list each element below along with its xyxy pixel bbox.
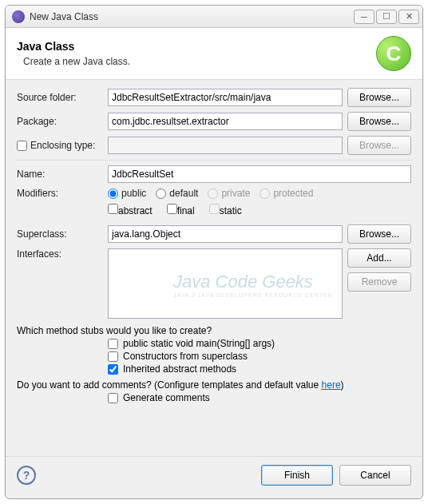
header-title: Java Class <box>17 40 376 53</box>
enclosing-type-label[interactable]: Enclosing type: <box>17 140 103 151</box>
add-interface-button[interactable]: Add... <box>347 248 411 268</box>
enclosing-type-checkbox[interactable] <box>17 141 27 151</box>
modifier-final[interactable]: final <box>167 204 195 216</box>
stub-main-checkbox[interactable] <box>108 339 118 349</box>
remove-interface-button: Remove <box>347 272 411 292</box>
browse-superclass-button[interactable]: Browse... <box>347 224 411 244</box>
source-folder-label: Source folder: <box>17 92 103 103</box>
close-button[interactable]: ✕ <box>398 10 419 24</box>
minimize-button[interactable]: ─ <box>354 10 374 24</box>
name-label: Name: <box>17 169 103 180</box>
configure-templates-link[interactable]: here <box>322 379 341 391</box>
modifiers-label: Modifiers: <box>17 188 103 199</box>
stub-inherited-checkbox[interactable] <box>108 364 118 375</box>
source-folder-input[interactable] <box>108 89 343 106</box>
superclass-label: Superclass: <box>17 228 103 240</box>
stubs-question: Which method stubs would you like to cre… <box>17 325 411 336</box>
modifier-protected: protected <box>260 188 313 199</box>
dialog-header: Java Class Create a new Java class. C <box>6 28 422 80</box>
modifier-abstract[interactable]: abstract <box>108 204 153 216</box>
package-label: Package: <box>17 116 103 127</box>
header-subtitle: Create a new Java class. <box>23 56 376 67</box>
dialog-window: New Java Class ─ ☐ ✕ Java Class Create a… <box>5 5 423 499</box>
interfaces-list[interactable] <box>108 248 343 319</box>
superclass-input[interactable] <box>108 225 343 243</box>
enclosing-type-input <box>108 137 343 154</box>
stub-inherited-label: Inherited abstract methods <box>123 363 236 375</box>
class-badge-icon: C <box>376 36 411 71</box>
generate-comments-checkbox[interactable] <box>108 393 118 403</box>
generate-comments-label: Generate comments <box>123 392 210 403</box>
maximize-button[interactable]: ☐ <box>376 10 397 24</box>
modifier-default[interactable]: default <box>156 188 198 199</box>
modifier-private: private <box>208 188 250 199</box>
package-input[interactable] <box>108 113 343 130</box>
titlebar: New Java Class ─ ☐ ✕ <box>6 6 422 28</box>
form-area: Source folder: Browse... Package: Browse… <box>6 80 422 413</box>
stub-constructors-label: Constructors from superclass <box>123 351 248 362</box>
modifier-public[interactable]: public <box>108 188 146 199</box>
browse-source-button[interactable]: Browse... <box>347 88 411 107</box>
comments-question: Do you want to add comments? (Configure … <box>17 379 411 391</box>
stub-main-label: public static void main(String[] args) <box>123 338 275 349</box>
browse-enclosing-button: Browse... <box>347 136 411 155</box>
name-input[interactable] <box>108 165 411 183</box>
modifier-static: static <box>209 204 242 216</box>
eclipse-icon <box>12 10 25 23</box>
browse-package-button[interactable]: Browse... <box>347 112 411 131</box>
stub-constructors-checkbox[interactable] <box>108 351 118 362</box>
interfaces-label: Interfaces: <box>17 248 103 260</box>
help-icon[interactable]: ? <box>17 466 36 485</box>
cancel-button[interactable]: Cancel <box>339 465 411 486</box>
window-title: New Java Class <box>30 11 354 22</box>
finish-button[interactable]: Finish <box>261 465 333 486</box>
dialog-footer: ? Finish Cancel <box>6 456 422 494</box>
